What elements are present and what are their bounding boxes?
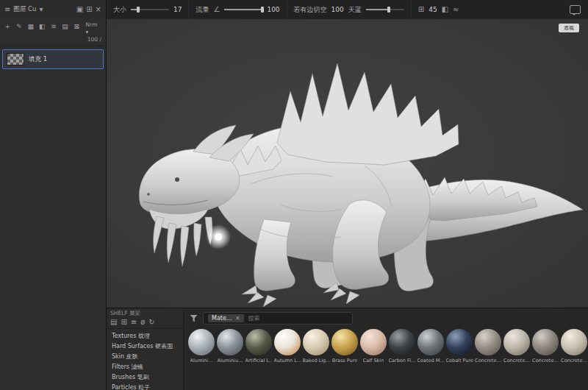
layer-opacity-field[interactable]: 100 /: [87, 36, 101, 43]
layers-panel-title: 图层 Cu: [13, 5, 36, 14]
scatter-value: 100: [331, 6, 344, 13]
material-label: Autumn L…: [274, 358, 301, 364]
brush-size-control: 大小 17: [107, 0, 189, 19]
size-value: 17: [173, 6, 182, 13]
angle-label: 天蓝: [348, 5, 362, 15]
comment-icon[interactable]: [570, 5, 581, 14]
layer-name: 填充 1: [29, 55, 47, 64]
layers-panel-header: ≡ 图层 Cu ▾ ▣ ⊞ ×: [0, 0, 107, 19]
flow-value: 100: [267, 6, 279, 13]
shelf-category-particles[interactable]: Particles 粒子: [107, 382, 183, 390]
expand-panel-icon[interactable]: ⊞: [86, 6, 92, 13]
filter-funnel-icon[interactable]: [190, 315, 198, 322]
material-item[interactable]: Concrete…: [503, 329, 530, 364]
refresh-icon[interactable]: ↻: [148, 319, 154, 326]
flow-label: 流量: [196, 5, 209, 15]
layer-thumbnail[interactable]: [7, 53, 24, 65]
material-thumbnail[interactable]: [503, 329, 530, 355]
material-item[interactable]: Aluminiu…: [217, 329, 243, 364]
symmetry-icon[interactable]: ◧: [442, 6, 448, 13]
material-item[interactable]: Artificial L…: [245, 329, 272, 364]
shelf-category-textures[interactable]: Textures 纹理: [107, 330, 183, 341]
material-label: Coated M…: [417, 358, 445, 364]
dock-panel-icon[interactable]: ▣: [76, 6, 83, 13]
dragon-model[interactable]: [107, 19, 588, 308]
eye-off-icon[interactable]: ø: [140, 319, 145, 326]
material-thumbnail[interactable]: [188, 329, 215, 355]
shelf-category-list: Textures 纹理 Hard Surfaces 硬表面 Skin 皮肤 Fi…: [107, 330, 183, 390]
shelf-category-filters[interactable]: Filters 滤镜: [107, 361, 183, 372]
material-item[interactable]: Coated M…: [417, 329, 444, 364]
add-layer-icon[interactable]: +: [3, 21, 12, 31]
material-item[interactable]: Concrete…: [532, 329, 559, 364]
folder-icon[interactable]: ▤: [60, 21, 70, 31]
blend-mode-dropdown[interactable]: Nrm ▾: [86, 21, 101, 36]
shelf-title: SHELF 展架: [107, 308, 183, 318]
chip-label: Mate…: [212, 315, 232, 322]
stencil-grid-icon[interactable]: ⊞: [418, 6, 424, 13]
material-item[interactable]: Baked Lig…: [303, 329, 329, 364]
material-thumbnail[interactable]: [389, 329, 415, 355]
material-item[interactable]: Cobalt Pure: [446, 329, 473, 364]
material-label: Artificial L…: [245, 358, 273, 364]
flow-slider[interactable]: [224, 9, 262, 10]
brush-flow-control: 流量 ∠ 100: [189, 0, 287, 19]
material-item[interactable]: Alumini…: [188, 329, 215, 364]
angle-value: 45: [429, 6, 437, 13]
new-resource-icon[interactable]: ⊞: [121, 319, 126, 326]
shelf-category-brushes[interactable]: Brushes 笔刷: [107, 372, 183, 382]
layer-tools-row: + ✎ ▦ ◧ ≋ ▤ ⊠ Nrm ▾ 100 /: [0, 19, 106, 46]
chip-close-icon[interactable]: ×: [235, 315, 240, 322]
brush-cursor-glow: [206, 224, 231, 249]
material-thumbnail[interactable]: [245, 329, 272, 355]
search-filter-chip[interactable]: Mate… ×: [208, 314, 244, 322]
material-item[interactable]: Carbon Fi…: [389, 329, 415, 364]
close-panel-icon[interactable]: ×: [96, 6, 101, 13]
material-label: Brass Pure: [332, 358, 357, 364]
brush-scatter-control: 若有边切空 100 天蓝: [287, 0, 412, 19]
material-thumbnail[interactable]: [446, 329, 473, 355]
mask-icon[interactable]: ◧: [37, 21, 47, 31]
pen-pressure-icon[interactable]: ∠: [213, 6, 220, 13]
painter-app: ≡ 图层 Cu ▾ ▣ ⊞ × 大小 17 流量 ∠ 100 若有边切空 100…: [0, 0, 588, 390]
material-thumbnail[interactable]: [331, 329, 358, 355]
material-item[interactable]: Concrete…: [561, 329, 587, 364]
viewport-mode-button[interactable]: 透视: [559, 24, 579, 32]
size-slider[interactable]: [131, 9, 169, 10]
material-item[interactable]: Calf Skin: [360, 329, 387, 364]
material-label: Concrete…: [475, 358, 501, 364]
material-thumbnail[interactable]: [475, 329, 501, 355]
materials-toolbar: Mate… × 搜索: [184, 308, 588, 327]
delete-layer-icon[interactable]: ⊠: [72, 21, 82, 31]
size-label: 大小: [113, 5, 126, 15]
material-item[interactable]: Concrete…: [475, 329, 501, 364]
lazy-mouse-icon[interactable]: ≈: [453, 6, 459, 13]
chevron-down-icon[interactable]: ▾: [39, 6, 43, 13]
list-view-icon[interactable]: ≡: [131, 319, 137, 326]
material-label: Baked Lig…: [303, 358, 330, 364]
material-thumbnail[interactable]: [417, 329, 444, 355]
search-input[interactable]: Mate… × 搜索: [203, 312, 353, 325]
effects-icon[interactable]: ≋: [49, 21, 59, 31]
materials-panel: Mate… × 搜索 Alumini… Aluminiu… Artificial…: [184, 308, 588, 390]
material-item[interactable]: Brass Pure: [331, 329, 358, 364]
fill-layer-icon[interactable]: ▦: [26, 21, 35, 31]
material-thumbnail[interactable]: [274, 329, 301, 355]
brush-options-cluster: ⊞ 45 ◧ ≈: [412, 0, 466, 19]
material-thumbnail[interactable]: [532, 329, 559, 355]
layer-row-fill-1[interactable]: 填充 1: [2, 49, 104, 69]
shelf-toolbar: ▤ ⊞ ≡ ø ↻: [107, 318, 183, 329]
paint-tool-icon[interactable]: ✎: [15, 21, 24, 31]
top-toolbar: ≡ 图层 Cu ▾ ▣ ⊞ × 大小 17 流量 ∠ 100 若有边切空 100…: [0, 0, 588, 20]
material-thumbnail[interactable]: [360, 329, 387, 355]
shelf-category-skin[interactable]: Skin 皮肤: [107, 351, 183, 361]
material-thumbnail[interactable]: [303, 329, 329, 355]
shelf-category-hard-surfaces[interactable]: Hard Surfaces 硬表面: [107, 341, 183, 351]
angle-slider[interactable]: [366, 9, 404, 10]
material-item[interactable]: Autumn L…: [274, 329, 301, 364]
shelf-panel: SHELF 展架 ▤ ⊞ ≡ ø ↻ Textures 纹理 Hard Surf…: [107, 308, 184, 390]
folder-icon[interactable]: ▤: [110, 319, 117, 326]
viewport-3d[interactable]: 透视: [107, 19, 588, 308]
material-thumbnail[interactable]: [561, 329, 587, 355]
material-thumbnail[interactable]: [217, 329, 243, 355]
